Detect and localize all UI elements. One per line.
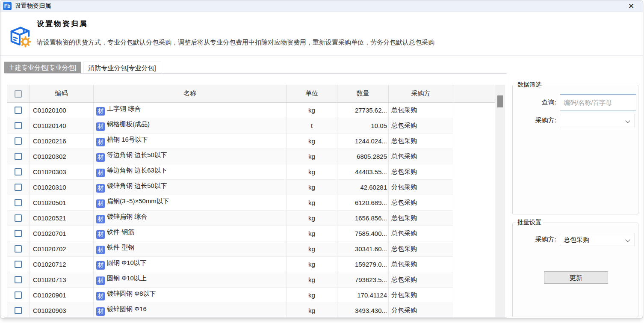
row-checkbox[interactable]	[15, 168, 22, 175]
material-tag: 材	[96, 184, 105, 193]
row-checkbox[interactable]	[15, 184, 22, 191]
row-name: 镀锌圆钢 Φ16	[107, 305, 147, 312]
row-checkbox[interactable]	[15, 137, 22, 145]
row-qty: 7585.400...	[337, 226, 389, 241]
row-name: 镀锌扁钢 综合	[107, 213, 147, 220]
row-buyer: 总包采购	[389, 195, 453, 210]
material-tag: 材	[96, 122, 105, 131]
table-row[interactable]: C01020701 材铁件 钢筋 kg 7585.400... 总包采购	[7, 226, 495, 241]
data-filter-group: 数据筛选 查询: 采购方:	[512, 85, 638, 214]
material-tag: 材	[96, 153, 105, 162]
row-checkbox[interactable]	[15, 307, 22, 314]
row-code: C01020701	[30, 226, 94, 241]
side-panel: 数据筛选 查询: 采购方: 批量设置 采购方: 总包采购 更新	[511, 73, 641, 318]
material-tag: 材	[96, 138, 105, 146]
table-row[interactable]: C01020302 材等边角钢 边长50以下 kg 6805.2825 总包采购	[7, 149, 495, 164]
material-tag: 材	[96, 230, 105, 239]
row-name: 扁钢(3~5)×50mm以下	[107, 197, 169, 205]
row-buyer: 分包采购	[389, 287, 453, 303]
table-row[interactable]: C01020100 材工字钢 综合 kg 27735.62... 总包采购	[7, 102, 495, 118]
row-unit: kg	[287, 164, 337, 179]
row-qty: 1656.856...	[337, 210, 389, 226]
row-code: C01020702	[30, 241, 94, 256]
row-code: C01020501	[30, 195, 94, 210]
row-qty: 6120.689...	[337, 195, 389, 210]
filter-buyer-dropdown[interactable]	[560, 114, 635, 127]
row-buyer: 总包采购	[389, 133, 453, 149]
row-qty: 793623.5...	[337, 272, 389, 287]
row-unit: kg	[287, 226, 337, 241]
row-qty: 27735.62...	[337, 102, 389, 118]
row-checkbox[interactable]	[15, 291, 22, 299]
row-qty: 42.60281	[337, 179, 389, 195]
materials-table-panel: 编码 名称 单位 数量 采购方 C01020100 材工字钢 综合 kg 277…	[4, 73, 507, 318]
table-body: C01020100 材工字钢 综合 kg 27735.62... 总包采购 C0…	[7, 102, 495, 318]
materials-table: 编码 名称 单位 数量 采购方 C01020100 材工字钢 综合 kg 277…	[7, 85, 495, 318]
table-row[interactable]: C01020702 材铁件 型钢 kg 30341.60... 总包采购	[7, 241, 495, 256]
window-title: 设置物资归属	[15, 2, 51, 10]
row-code: C01020140	[30, 118, 94, 133]
table-row[interactable]: C01020901 材镀锌圆钢 Φ8以下 kg 170.41124 分包采购	[7, 287, 495, 303]
tab-fire-subcontract[interactable]: 消防专业分包[专业分包]	[83, 62, 161, 73]
row-code: C01020310	[30, 179, 94, 195]
row-code: C01020100	[30, 102, 94, 118]
column-header-qty: 数量	[337, 85, 389, 102]
row-checkbox[interactable]	[15, 122, 22, 129]
table-row[interactable]: C01020310 材镀锌角钢 边长50以下 kg 42.60281 分包采购	[7, 179, 495, 195]
table-row[interactable]: C01020521 材镀锌扁钢 综合 kg 1656.856... 总包采购	[7, 210, 495, 226]
row-buyer: 总包采购	[389, 226, 453, 241]
row-unit: kg	[287, 303, 337, 318]
filter-buyer-label: 采购方:	[513, 116, 556, 125]
row-qty: 159279.0...	[337, 256, 389, 272]
material-box-gear-icon	[6, 23, 32, 51]
row-name: 圆钢 Φ10以上	[107, 274, 147, 282]
row-unit: kg	[287, 179, 337, 195]
row-checkbox[interactable]	[15, 230, 22, 237]
subcontract-tabs: 土建专业分包[专业分包] 消防专业分包[专业分包]	[4, 62, 161, 73]
row-checkbox[interactable]	[15, 214, 22, 222]
column-header-filler	[453, 85, 495, 102]
batch-buyer-dropdown[interactable]: 总包采购	[560, 233, 635, 246]
batch-settings-title: 批量设置	[516, 219, 543, 226]
row-name: 镀锌角钢 边长50以下	[107, 182, 167, 189]
row-unit: kg	[287, 256, 337, 272]
row-code: C01020712	[30, 256, 94, 272]
row-qty: 30341.60...	[337, 241, 389, 256]
row-checkbox[interactable]	[15, 107, 22, 114]
table-row[interactable]: C01020713 材圆钢 Φ10以上 kg 793623.5... 总包采购	[7, 272, 495, 287]
material-tag: 材	[96, 292, 105, 300]
vertical-scrollbar[interactable]	[495, 85, 505, 317]
table-row[interactable]: C01020216 材槽钢 16号以下 kg 1244.024... 总包采购	[7, 133, 495, 149]
row-qty: 1244.024...	[337, 133, 389, 149]
table-row[interactable]: C01020140 材钢格栅板(成品) t 10.05 总包采购	[7, 118, 495, 133]
row-unit: t	[287, 118, 337, 133]
row-checkbox[interactable]	[15, 153, 22, 160]
update-button[interactable]: 更新	[544, 271, 608, 284]
chevron-down-icon	[625, 118, 630, 123]
table-row[interactable]: C01020903 材镀锌圆钢 Φ16 kg 3493.430... 分包采购	[7, 303, 495, 318]
query-input[interactable]	[560, 94, 636, 110]
row-code: C01020216	[30, 133, 94, 149]
row-unit: kg	[287, 287, 337, 303]
table-row[interactable]: C01020712 材圆钢 Φ10以下 kg 159279.0... 总包采购	[7, 256, 495, 272]
select-all-checkbox[interactable]	[15, 90, 22, 98]
select-all-header	[7, 85, 30, 102]
row-buyer: 总包采购	[389, 272, 453, 287]
table-header-row: 编码 名称 单位 数量 采购方	[7, 85, 495, 102]
row-code: C01020303	[30, 164, 94, 179]
scrollbar-thumb[interactable]	[497, 95, 503, 107]
table-row[interactable]: C01020501 材扁钢(3~5)×50mm以下 kg 6120.689...…	[7, 195, 495, 210]
batch-buyer-value: 总包采购	[564, 236, 589, 243]
row-checkbox[interactable]	[15, 276, 22, 283]
row-buyer: 总包采购	[389, 118, 453, 133]
tab-civil-subcontract[interactable]: 土建专业分包[专业分包]	[4, 62, 81, 73]
material-tag: 材	[96, 215, 105, 223]
row-checkbox[interactable]	[15, 199, 22, 206]
row-checkbox[interactable]	[15, 245, 22, 253]
row-name: 工字钢 综合	[107, 105, 141, 112]
dialog-window: Fb 设置物资归属 ✕	[0, 0, 643, 319]
table-row[interactable]: C01020303 材等边角钢 边长63以下 kg 44403.55... 总包…	[7, 164, 495, 179]
row-checkbox[interactable]	[15, 261, 22, 268]
row-buyer: 分包采购	[389, 179, 453, 195]
close-icon[interactable]: ✕	[626, 1, 637, 11]
